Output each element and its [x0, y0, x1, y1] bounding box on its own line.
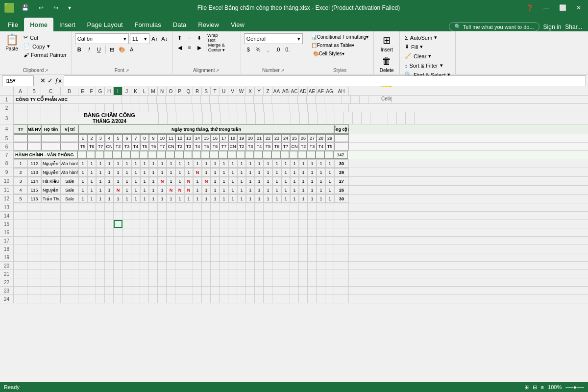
cell-AH20[interactable] — [334, 262, 349, 270]
cell-AH23[interactable] — [334, 287, 349, 294]
cell-D18[interactable] — [61, 245, 78, 253]
cell-data-23-17[interactable] — [228, 287, 237, 294]
cell-Y2[interactable] — [255, 104, 264, 112]
cell-E5[interactable]: 1 — [78, 134, 87, 142]
cell-data-19-14[interactable] — [202, 253, 211, 261]
cell-Y11[interactable]: 1 — [255, 186, 264, 194]
cell-data-16-23[interactable] — [281, 228, 290, 236]
zoom-slider[interactable]: ──●── — [565, 384, 584, 390]
cell-data-23-10[interactable] — [167, 287, 175, 294]
cell-data-15-3[interactable] — [105, 220, 114, 228]
cell-B13[interactable] — [27, 203, 41, 211]
cell-P6[interactable]: T2 — [175, 143, 184, 150]
cell-data-16-12[interactable] — [184, 228, 193, 236]
cell-data-17-18[interactable] — [237, 237, 246, 245]
cell-data-14-9[interactable] — [158, 212, 167, 220]
cell-X6[interactable]: T3 — [246, 143, 255, 150]
cell-data-22-5[interactable] — [122, 278, 131, 286]
cell-data-14-0[interactable] — [78, 212, 87, 220]
row-num-21[interactable]: 21 — [0, 270, 14, 278]
cell-P11[interactable]: N — [175, 186, 184, 194]
cell-J2[interactable] — [122, 104, 131, 112]
cell-J9[interactable]: 1 — [122, 168, 131, 176]
cell-\11[interactable]: 1 — [281, 186, 290, 194]
cell-AG1[interactable] — [368, 96, 377, 103]
tab-home[interactable]: Home — [24, 18, 53, 31]
cell-C23[interactable] — [41, 287, 61, 294]
cell-T8[interactable]: 1 — [211, 159, 220, 168]
cell-data-15-14[interactable] — [202, 220, 211, 228]
font-color-button[interactable]: A — [127, 45, 136, 54]
cell-data-17-12[interactable] — [184, 237, 193, 245]
cell-data-13-4[interactable] — [114, 203, 122, 211]
cell-B12[interactable]: 116 — [27, 195, 41, 203]
cell-data-13-11[interactable] — [175, 203, 184, 211]
cell-U10[interactable]: 1 — [220, 177, 228, 185]
cell-data-23-2[interactable] — [96, 287, 105, 294]
cell-AH8[interactable]: 30 — [334, 159, 349, 168]
cell-H9[interactable]: 1 — [105, 168, 114, 176]
cell-data-19-15[interactable] — [211, 253, 220, 261]
cell-T12[interactable]: 1 — [211, 195, 220, 203]
cell-C11[interactable]: Nguyễn Thu Trang — [41, 186, 61, 194]
name-box[interactable]: I15 ▾ — [2, 75, 34, 86]
cell-J3[interactable] — [203, 112, 212, 124]
cell-data-21-1[interactable] — [87, 270, 96, 278]
cell-S12[interactable]: 1 — [202, 195, 211, 203]
window-minimize-button[interactable]: — — [540, 3, 552, 12]
cell-K5[interactable]: 7 — [131, 134, 140, 142]
cell-O10[interactable]: 1 — [167, 177, 175, 185]
cell-data-17-2[interactable] — [96, 237, 105, 245]
cell-A6[interactable] — [14, 143, 27, 150]
cell-data-21-9[interactable] — [158, 270, 167, 278]
cell-data-15-24[interactable] — [290, 220, 299, 228]
cell-Q5[interactable]: 13 — [184, 134, 193, 142]
cell-data-13-21[interactable] — [264, 203, 272, 211]
cell-Z9[interactable]: 1 — [264, 168, 272, 176]
cell-N6[interactable]: T7 — [158, 143, 167, 150]
cell-data-22-3[interactable] — [105, 278, 114, 286]
cell-data-22-25[interactable] — [299, 278, 308, 286]
cell-AA2[interactable] — [272, 104, 281, 112]
cell-D9[interactable]: Văn hành — [61, 168, 78, 176]
cell-data-18-0[interactable] — [78, 245, 87, 253]
cell-data-14-10[interactable] — [167, 212, 175, 220]
cell-T9[interactable]: 1 — [211, 168, 220, 176]
col-header-AE[interactable]: AE — [308, 87, 317, 95]
cell-U8[interactable]: 1 — [220, 159, 228, 168]
cell-data-19-4[interactable] — [114, 253, 122, 261]
cell-data-13-7[interactable] — [140, 203, 149, 211]
cell-data-13-14[interactable] — [202, 203, 211, 211]
cell-K9[interactable]: 1 — [131, 168, 140, 176]
cell-O12[interactable]: 1 — [167, 195, 175, 203]
cell-Q3[interactable] — [265, 112, 273, 124]
cell-R3[interactable] — [273, 112, 282, 124]
cell-data-22-13[interactable] — [193, 278, 202, 286]
cell-data-17-7[interactable] — [140, 237, 149, 245]
cell-AC5[interactable]: 25 — [290, 134, 299, 142]
cell-R12[interactable]: 1 — [193, 195, 202, 203]
cell-data-15-21[interactable] — [264, 220, 272, 228]
cell-data-20-26[interactable] — [308, 262, 317, 270]
cell-B11[interactable]: 115 — [27, 186, 41, 194]
cell-data-13-8[interactable] — [149, 203, 158, 211]
cell-G8[interactable]: 1 — [96, 159, 105, 168]
cell-data-17-4[interactable] — [114, 237, 122, 245]
font-expand-icon[interactable]: ↗ — [125, 68, 129, 73]
cell-F6[interactable]: T6 — [87, 143, 96, 150]
cell-AC1[interactable] — [333, 96, 342, 103]
cell-AD7[interactable] — [298, 151, 307, 159]
cell-B6[interactable] — [27, 143, 41, 150]
cell-S5[interactable]: 15 — [202, 134, 211, 142]
cell-C24[interactable] — [41, 295, 61, 303]
cell-I11[interactable]: N — [114, 186, 122, 194]
cell-data-14-21[interactable] — [264, 212, 272, 220]
cell-data-16-13[interactable] — [193, 228, 202, 236]
cell-Z12[interactable]: 1 — [264, 195, 272, 203]
cell-B15[interactable] — [27, 220, 41, 228]
cell-F3[interactable] — [168, 112, 176, 124]
col-header-N[interactable]: N — [158, 87, 167, 95]
cell-data-18-24[interactable] — [290, 245, 299, 253]
cell-AH7[interactable]: 142 — [333, 151, 348, 159]
cell-data-15-5[interactable] — [122, 220, 131, 228]
